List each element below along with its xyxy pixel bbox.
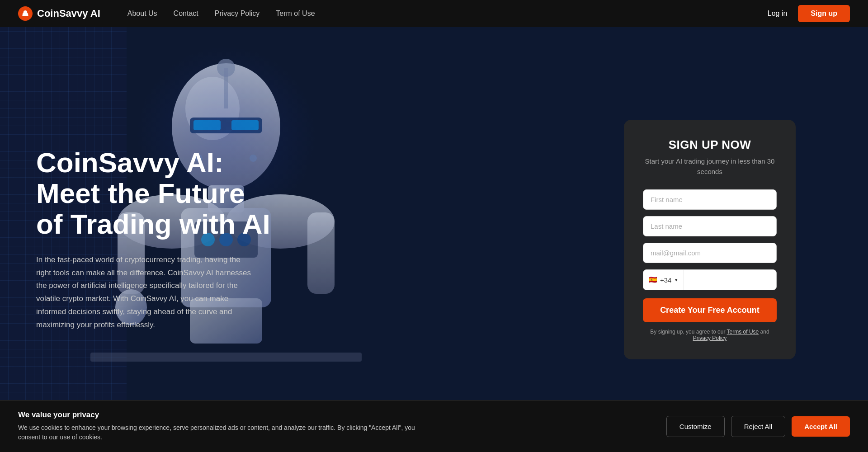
nav-privacy[interactable]: Privacy Policy — [215, 9, 260, 18]
nav-contact[interactable]: Contact — [174, 9, 198, 18]
phone-dropdown-arrow: ▾ — [675, 277, 678, 283]
navbar: CoinSavvy AI About Us Contact Privacy Po… — [0, 0, 868, 27]
nav-links: About Us Contact Privacy Policy Term of … — [127, 9, 315, 18]
hero-content: CoinSavvy AI: Meet the Future of Trading… — [0, 120, 868, 359]
cookie-banner: We value your privacy We use cookies to … — [0, 400, 868, 452]
phone-row: 🇪🇸 +34 ▾ — [643, 269, 777, 290]
hero-title: CoinSavvy AI: Meet the Future of Trading… — [36, 147, 375, 240]
email-input[interactable] — [643, 243, 777, 263]
hero-subtitle: In the fast-paced world of cryptocurrenc… — [36, 254, 253, 332]
signup-card-subtitle: Start your AI trading journey in less th… — [643, 156, 777, 177]
accept-all-button[interactable]: Accept All — [792, 416, 850, 437]
nav-right: Log in Sign up — [768, 5, 850, 22]
first-name-group — [643, 189, 777, 210]
privacy-link[interactable]: Privacy Policy — [693, 335, 727, 341]
signup-card-title: SIGN UP NOW — [643, 138, 777, 152]
cookie-text-section: We value your privacy We use cookies to … — [18, 410, 653, 442]
cookie-buttons: Customize Reject All Accept All — [666, 416, 850, 437]
login-link[interactable]: Log in — [768, 9, 788, 18]
hero-section: CoinSavvy AI: Meet the Future of Trading… — [0, 0, 868, 452]
hero-text-block: CoinSavvy AI: Meet the Future of Trading… — [36, 147, 375, 332]
last-name-input[interactable] — [643, 216, 777, 236]
reject-all-button[interactable]: Reject All — [731, 416, 786, 437]
nav-about[interactable]: About Us — [127, 9, 157, 18]
nav-terms[interactable]: Term of Use — [276, 9, 315, 18]
phone-flag: 🇪🇸 — [649, 276, 657, 284]
signup-card: SIGN UP NOW Start your AI trading journe… — [624, 120, 796, 359]
cookie-description: We use cookies to enhance your browsing … — [18, 423, 425, 442]
brand-icon — [18, 6, 33, 21]
last-name-group — [643, 216, 777, 236]
brand-name: CoinSavvy AI — [37, 8, 100, 19]
terms-link[interactable]: Terms of Use — [727, 329, 759, 335]
email-group — [643, 243, 777, 263]
signup-button[interactable]: Sign up — [798, 5, 850, 22]
phone-country-selector[interactable]: 🇪🇸 +34 ▾ — [643, 270, 684, 290]
cookie-title: We value your privacy — [18, 410, 653, 419]
first-name-input[interactable] — [643, 189, 777, 210]
brand-logo[interactable]: CoinSavvy AI — [18, 6, 100, 21]
customize-button[interactable]: Customize — [666, 416, 725, 437]
terms-text: By signing up, you agree to our Terms of… — [643, 329, 777, 341]
phone-group: 🇪🇸 +34 ▾ — [643, 269, 777, 290]
create-account-button[interactable]: Create Your Free Account — [643, 298, 777, 322]
phone-code: +34 — [660, 276, 671, 284]
